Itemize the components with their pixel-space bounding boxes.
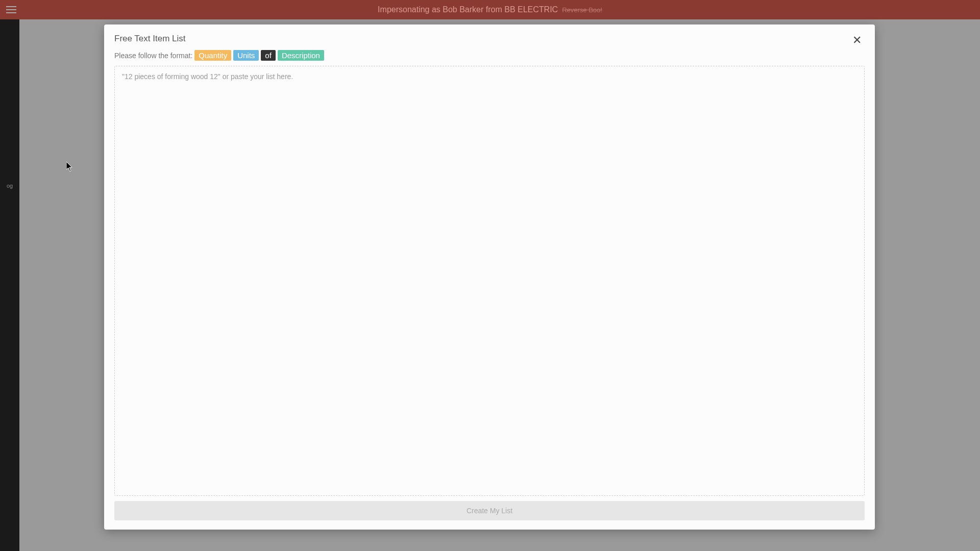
- format-hint-row: Please follow the format: Quantity Units…: [114, 50, 865, 61]
- hamburger-menu-icon[interactable]: [6, 6, 16, 13]
- textarea-placeholder: "12 pieces of forming wood 12" or paste …: [122, 72, 293, 81]
- reverse-link[interactable]: Reverse Boo!: [562, 6, 602, 14]
- close-icon[interactable]: ✕: [849, 34, 865, 47]
- impersonation-label: Impersonating as Bob Barker from BB ELEC…: [378, 5, 558, 14]
- free-text-modal: Free Text Item List ✕ Please follow the …: [104, 24, 875, 530]
- format-prefix: Please follow the format:: [114, 52, 192, 60]
- description-tag: Description: [278, 50, 324, 61]
- units-tag: Units: [233, 50, 259, 61]
- left-sidebar: og: [0, 19, 19, 551]
- of-tag: of: [261, 50, 276, 61]
- create-list-button[interactable]: Create My List: [114, 501, 865, 520]
- modal-header: Free Text Item List ✕: [114, 34, 865, 47]
- impersonation-banner: Impersonating as Bob Barker from BB ELEC…: [378, 5, 602, 14]
- modal-title: Free Text Item List: [114, 34, 186, 44]
- quantity-tag: Quantity: [194, 50, 231, 61]
- sidebar-item[interactable]: og: [0, 19, 19, 191]
- item-list-textarea[interactable]: "12 pieces of forming wood 12" or paste …: [114, 66, 865, 496]
- top-banner: Impersonating as Bob Barker from BB ELEC…: [0, 0, 980, 19]
